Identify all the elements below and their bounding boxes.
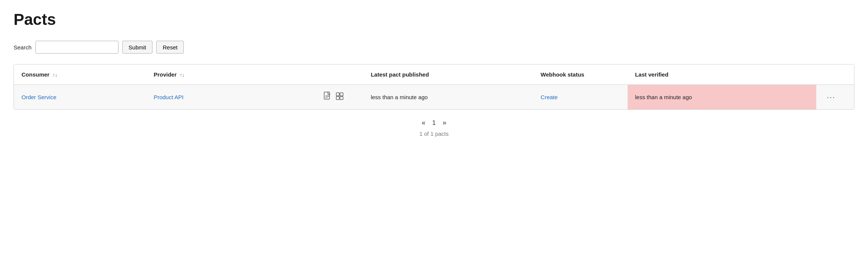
cell-provider: Product API bbox=[146, 85, 316, 110]
row-actions-button[interactable]: ··· bbox=[824, 93, 839, 101]
consumer-link[interactable]: Order Service bbox=[22, 94, 57, 100]
doc-icon[interactable] bbox=[323, 92, 332, 103]
svg-rect-6 bbox=[336, 97, 339, 100]
cell-icons bbox=[316, 85, 363, 110]
search-input[interactable] bbox=[35, 41, 119, 54]
webhook-create-link[interactable]: Create bbox=[541, 94, 558, 100]
svg-rect-5 bbox=[340, 93, 343, 96]
cell-webhook-status: Create bbox=[533, 85, 628, 110]
pagination-controls: « 1 » bbox=[422, 119, 446, 127]
cell-latest-pact: less than a minute ago bbox=[363, 85, 533, 110]
cell-actions: ··· bbox=[816, 85, 854, 110]
col-header-latest-pact: Latest pact published bbox=[363, 64, 533, 85]
col-header-webhook-status: Webhook status bbox=[533, 64, 628, 85]
table-row: Order Service Product API bbox=[14, 85, 854, 110]
reset-button[interactable]: Reset bbox=[156, 41, 184, 54]
pacts-table: Consumer ↑↓ Provider ↑↓ Latest pact publ… bbox=[14, 64, 854, 109]
pacts-table-container: Consumer ↑↓ Provider ↑↓ Latest pact publ… bbox=[14, 64, 854, 110]
col-header-last-verified: Last verified bbox=[628, 64, 816, 85]
sort-icon-consumer: ↑↓ bbox=[52, 72, 57, 78]
col-header-icons bbox=[316, 64, 363, 85]
pagination: « 1 » 1 of 1 pacts bbox=[14, 119, 854, 137]
cell-last-verified: less than a minute ago bbox=[628, 85, 816, 110]
search-bar: Search Submit Reset bbox=[14, 41, 854, 54]
pact-icon-group bbox=[323, 92, 356, 103]
grid-icon[interactable] bbox=[336, 92, 344, 102]
col-header-provider[interactable]: Provider ↑↓ bbox=[146, 64, 316, 85]
pagination-next[interactable]: » bbox=[443, 119, 446, 127]
svg-rect-7 bbox=[340, 97, 343, 100]
search-label: Search bbox=[14, 44, 32, 51]
pagination-current-page[interactable]: 1 bbox=[432, 119, 436, 127]
svg-rect-4 bbox=[336, 93, 339, 96]
sort-icon-provider: ↑↓ bbox=[180, 72, 185, 78]
submit-button[interactable]: Submit bbox=[122, 41, 153, 54]
table-header-row: Consumer ↑↓ Provider ↑↓ Latest pact publ… bbox=[14, 64, 854, 85]
pagination-prev[interactable]: « bbox=[422, 119, 425, 127]
pagination-count: 1 of 1 pacts bbox=[419, 130, 449, 137]
cell-consumer: Order Service bbox=[14, 85, 146, 110]
col-header-consumer[interactable]: Consumer ↑↓ bbox=[14, 64, 146, 85]
provider-link[interactable]: Product API bbox=[154, 94, 183, 100]
col-header-actions bbox=[816, 64, 854, 85]
page-title: Pacts bbox=[14, 11, 854, 29]
